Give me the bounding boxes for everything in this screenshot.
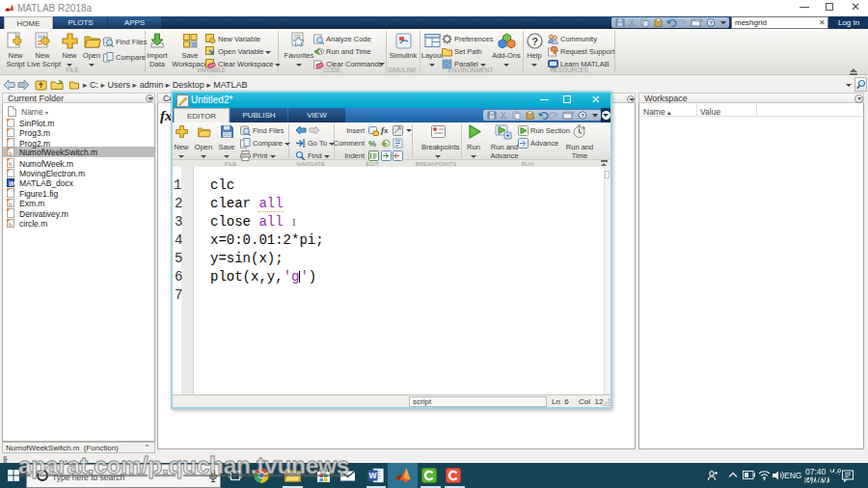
svg-text:?: ?	[531, 36, 538, 47]
svg-text:%: %	[368, 139, 376, 149]
svg-text:?: ?	[581, 113, 584, 119]
svg-text:W: W	[368, 471, 377, 480]
svg-text:🞦: 🞦	[381, 140, 388, 149]
svg-text:?: ?	[709, 20, 713, 26]
